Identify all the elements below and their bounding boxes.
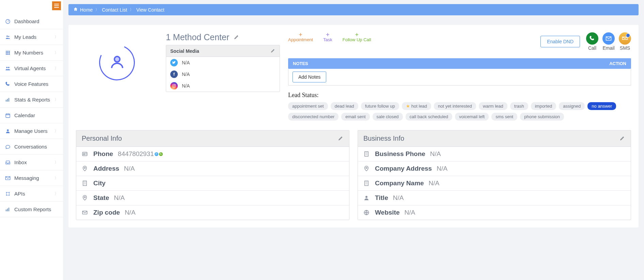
- breadcrumb-contact-list[interactable]: Contact List: [102, 7, 127, 13]
- svg-point-10: [6, 192, 7, 193]
- svg-point-3: [6, 67, 7, 68]
- id-icon: [82, 151, 90, 157]
- info-value: N/A: [405, 209, 415, 216]
- lead-status-tag[interactable]: imported: [531, 102, 556, 110]
- pin-icon: [82, 195, 90, 201]
- sidebar-item-dashboard[interactable]: Dashboard: [0, 14, 63, 29]
- sidebar-item-conversations[interactable]: Conversations: [0, 139, 63, 155]
- lead-status-tag[interactable]: warm lead: [479, 102, 507, 110]
- add-notes-button[interactable]: Add Notes: [293, 72, 326, 82]
- phone-action-icons[interactable]: ✆↻: [155, 152, 163, 156]
- svg-point-17: [114, 57, 120, 62]
- sms-button[interactable]: [619, 32, 631, 45]
- svg-point-13: [9, 195, 10, 196]
- sidebar-item-custom-reports[interactable]: Custom Reports: [0, 202, 63, 217]
- lead-status-tag[interactable]: sale closed: [373, 113, 403, 121]
- info-value: N/A: [114, 194, 125, 202]
- sidebar-item-voice-features[interactable]: Voice Features: [0, 76, 63, 92]
- info-label: Company Address: [375, 165, 432, 172]
- email-button[interactable]: [602, 32, 615, 45]
- svg-rect-14: [6, 209, 6, 211]
- sidebar-item-my-leads[interactable]: My Leads〉: [0, 29, 63, 45]
- sidebar-item-my-numbers[interactable]: My Numbers〉: [0, 45, 63, 61]
- chevron-right-icon: 〉: [54, 175, 58, 181]
- svg-rect-15: [7, 208, 8, 211]
- mail-icon: [82, 209, 90, 216]
- api-icon: [5, 191, 11, 197]
- lead-status-label: Lead Status:: [288, 92, 631, 99]
- info-value: N/A: [429, 180, 440, 187]
- info-label: Title: [375, 194, 388, 202]
- svg-point-4: [8, 67, 10, 68]
- add-followup-button[interactable]: + Follow Up Call: [343, 32, 371, 42]
- grid-icon: [5, 50, 11, 56]
- info-label: Business Phone: [375, 150, 425, 158]
- info-label: Zip code: [93, 209, 120, 216]
- sidebar-item-inbox[interactable]: Inbox〉: [0, 155, 63, 170]
- lead-status-tag[interactable]: ★hot lead: [402, 102, 431, 110]
- bars-icon: [5, 207, 11, 212]
- info-row: StateN/A: [76, 191, 349, 205]
- svg-rect-16: [9, 207, 9, 211]
- sidebar-item-label: Messaging: [14, 175, 39, 181]
- sidebar-item-label: Manage Users: [14, 128, 48, 134]
- svg-point-9: [7, 129, 9, 131]
- add-appointment-button[interactable]: + Appointment: [288, 32, 313, 42]
- sidebar-item-manage-users[interactable]: Manage Users〉: [0, 123, 63, 139]
- lead-status-tag[interactable]: trash: [510, 102, 528, 110]
- sms-label: SMS: [619, 45, 631, 51]
- breadcrumb-home[interactable]: Home: [80, 7, 93, 13]
- instagram-icon: [170, 82, 178, 90]
- svg-point-30: [365, 196, 367, 198]
- info-row: Phone8447802931✆↻: [76, 147, 349, 161]
- personal-info-card: Personal Info Phone8447802931✆↻AddressN/…: [76, 130, 349, 220]
- contact-name: 1 Method Center: [166, 32, 229, 42]
- lead-status-tag[interactable]: future follow up: [361, 102, 399, 110]
- envelope-icon: [5, 175, 11, 181]
- info-row: City: [76, 176, 349, 191]
- social-media-card: Social Media N/A f: [166, 45, 280, 92]
- lead-status-tag[interactable]: appointment set: [288, 102, 328, 110]
- sidebar-item-label: Calendar: [14, 112, 35, 118]
- lead-status-tag[interactable]: dead lead: [331, 102, 358, 110]
- info-value: N/A: [125, 209, 136, 216]
- info-value: N/A: [430, 150, 441, 158]
- svg-point-22: [83, 153, 84, 154]
- chat-icon: [5, 144, 11, 150]
- lead-status-tag[interactable]: not yet interested: [434, 102, 476, 110]
- sidebar-item-virtual-agents[interactable]: Virtual Agents〉: [0, 61, 63, 76]
- lead-status-tag[interactable]: disconnected number: [288, 113, 339, 121]
- home-icon: [73, 7, 78, 13]
- svg-rect-27: [365, 152, 368, 156]
- add-task-button[interactable]: + Task: [323, 32, 332, 42]
- notes-header-bar: NOTES ACTION: [288, 58, 631, 69]
- svg-point-25: [84, 197, 85, 198]
- enable-dnd-button[interactable]: Enable DND: [540, 36, 580, 47]
- edit-business-icon[interactable]: [620, 135, 625, 142]
- sidebar-item-stats-reports[interactable]: Stats & Reports〉: [0, 92, 63, 108]
- sidebar-item-label: My Numbers: [14, 50, 43, 56]
- hamburger-toggle[interactable]: [52, 1, 61, 10]
- lead-status-tag[interactable]: sms sent: [491, 113, 517, 121]
- lead-status-tag[interactable]: email sent: [341, 113, 370, 121]
- svg-point-12: [6, 195, 7, 196]
- lead-status-tag[interactable]: voicemail left: [455, 113, 489, 121]
- chevron-right-icon: 〉: [54, 160, 58, 165]
- email-label: Email: [602, 45, 615, 51]
- call-button[interactable]: [586, 32, 598, 45]
- lead-status-tag[interactable]: no answer: [587, 102, 616, 110]
- sidebar-item-messaging[interactable]: Messaging〉: [0, 170, 63, 186]
- sidebar-item-label: My Leads: [14, 34, 36, 40]
- edit-name-icon[interactable]: [234, 34, 239, 41]
- action-label: ACTION: [609, 61, 626, 66]
- lead-status-tag[interactable]: phone submission: [520, 113, 564, 121]
- info-label: State: [93, 194, 109, 202]
- chevron-right-icon: 〉: [54, 97, 58, 102]
- lead-status-tag[interactable]: call back scheduled: [406, 113, 452, 121]
- sidebar-item-calendar[interactable]: Calendar: [0, 108, 63, 123]
- edit-personal-icon[interactable]: [338, 135, 344, 142]
- lead-status-tag[interactable]: assigned: [559, 102, 585, 110]
- edit-social-icon[interactable]: [271, 48, 276, 54]
- sidebar-item-label: Voice Features: [14, 81, 48, 87]
- sidebar-item-apis[interactable]: APIs〉: [0, 186, 63, 202]
